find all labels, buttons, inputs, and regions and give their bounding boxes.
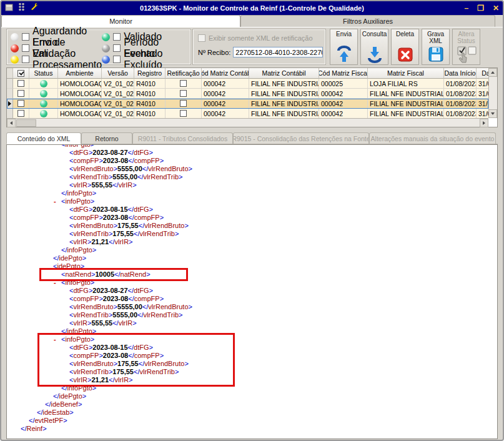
xml-line: <vlrRendTrib>5555,00</vlrRendTrib> <box>7 173 497 181</box>
row-checkbox[interactable] <box>17 100 24 107</box>
cell-matriz-contabil: FILIAL NFE INDUSTRIAL <box>249 109 319 118</box>
scroll-down-icon[interactable] <box>488 109 497 118</box>
row-select-cell[interactable] <box>13 89 29 99</box>
collapse-marker[interactable]: - <box>54 197 56 206</box>
cell-matriz-contabil: FILIAL NFE INDUSTRIAL <box>249 79 319 89</box>
cell-data-fim: 31/08/2023 <box>477 99 488 109</box>
collapse-marker[interactable]: - <box>54 279 56 287</box>
cell-registro: R4010 <box>134 79 166 89</box>
cell-cod-matriz-contabil: 000042 <box>202 99 249 109</box>
xml-line: <dtFG>2023-08-15</dtFG> <box>7 344 497 352</box>
button-label: Envia <box>336 29 352 44</box>
scroll-right-icon[interactable] <box>480 119 488 127</box>
select-all-checkbox[interactable] <box>17 70 24 77</box>
maximize-icon[interactable]: ❐ <box>477 4 484 12</box>
xml-line: </infoPgto> <box>7 189 497 197</box>
retificacao-cell[interactable] <box>166 109 202 118</box>
envia-button[interactable]: Envia <box>330 29 358 65</box>
xml-line: <vlrIR>555,55</vlrIR> <box>7 319 497 327</box>
alter-status-icon <box>453 44 480 64</box>
grid-row[interactable]: HOMOLOGAÇÃOV2_01_02R4010000042FILIAL NFE… <box>7 99 488 109</box>
row-select-cell[interactable] <box>13 109 29 118</box>
row-indicator <box>7 79 13 89</box>
legend-checkbox[interactable] <box>113 33 121 41</box>
cell-cod-matriz-contabil: 000042 <box>202 89 249 99</box>
retificacao-checkbox[interactable] <box>180 90 187 97</box>
grid-vertical-scrollbar[interactable] <box>488 68 497 118</box>
grid-row[interactable]: HOMOLOGAÇÃOV2_01_02R4010000042FILIAL NFE… <box>7 109 488 118</box>
scroll-left-icon[interactable] <box>7 119 16 127</box>
scroll-up-icon[interactable] <box>488 68 497 77</box>
retificacao-checkbox[interactable] <box>180 80 187 87</box>
minimize-icon[interactable]: – <box>464 4 468 12</box>
tab-conte-do-do-xml[interactable]: Conteúdo do XML <box>6 132 81 144</box>
select-all-cell[interactable] <box>13 68 29 79</box>
xml-line: <compFP>2023-08</compFP> <box>7 295 497 303</box>
xml-line: -<infoPgto> <box>7 279 497 287</box>
cell-matriz-fiscal: FILIAL NFE INDUSTRIAL <box>368 109 444 118</box>
button-label: Consulta <box>362 29 387 44</box>
retificacao-checkbox[interactable] <box>180 110 187 117</box>
selected-row-arrow-icon <box>8 101 11 106</box>
grid-row[interactable]: HOMOLOGAÇÃOV2_01_02R4010000042FILIAL NFE… <box>7 89 488 99</box>
cell-versao: V2_01_02 <box>102 109 134 118</box>
cell-matriz-fiscal: FILIAL NFE INDUSTRIAL <box>368 89 444 99</box>
xml-line: <compFP>2023-08</compFP> <box>7 352 497 360</box>
legend-checkbox[interactable] <box>113 56 121 63</box>
cell-data-inicio: 01/08/2023 <box>444 99 477 109</box>
cell-registro: R4010 <box>134 99 166 109</box>
tab-retorno[interactable]: Retorno <box>81 132 132 144</box>
consulta-button[interactable]: Consulta <box>360 29 388 65</box>
legend-checkbox[interactable] <box>22 56 29 63</box>
collapse-marker[interactable]: - <box>54 335 56 344</box>
status-ball-icon <box>11 33 19 41</box>
row-select-cell[interactable] <box>13 99 29 109</box>
cell-matriz-contabil: FILIAL NFE INDUSTRIAL <box>249 89 319 99</box>
altera-status-button: Altera Status <box>452 29 480 65</box>
column-header-status: Status <box>29 68 58 79</box>
row-indicator <box>7 89 13 99</box>
row-select-cell[interactable] <box>13 79 29 89</box>
cell-registro: R4010 <box>134 109 166 118</box>
legend-checkbox[interactable] <box>22 33 29 41</box>
legend-checkbox[interactable] <box>22 44 29 52</box>
tab-filtros-auxiliares[interactable]: Filtros Auxiliares <box>240 15 495 27</box>
deleta-button[interactable]: Deleta <box>391 29 419 65</box>
column-header-c-d-matriz-fiscal: Cód Matriz Fiscal <box>319 68 368 79</box>
status-ball-icon <box>11 56 19 64</box>
status-legend: Aguardando EnvioValidadoErro de Validaçã… <box>6 29 191 65</box>
retificacao-cell[interactable] <box>166 99 202 109</box>
button-label: Deleta <box>396 29 414 44</box>
grid-row[interactable]: HOMOLOGAÇÃOV2_01_02R4010000042FILIAL NFE… <box>7 79 488 89</box>
grid-horizontal-scrollbar[interactable] <box>7 118 488 127</box>
retificacao-cell[interactable] <box>166 79 202 89</box>
download-icon <box>361 44 388 64</box>
recibo-field[interactable]: 2270512-08-4010-2308-2270512 <box>233 47 323 57</box>
grava-xml-button[interactable]: Grava XML <box>422 29 450 65</box>
window-icon <box>5 2 13 14</box>
column-header-data-in-cio: Data Início <box>444 68 477 79</box>
legend-checkbox[interactable] <box>113 44 121 52</box>
cell-data-inicio: 01/08/2023 <box>444 79 477 89</box>
cell-cod-matriz-fiscal: 000042 <box>319 89 368 99</box>
row-indicator <box>7 109 13 118</box>
xml-line: <idePgto> <box>7 262 497 270</box>
column-header-data-fim: Data Fim <box>477 68 488 79</box>
row-checkbox[interactable] <box>17 90 24 97</box>
cell-versao: V2_01_02 <box>102 99 134 109</box>
grid-corner <box>7 68 13 79</box>
xml-line: </Reinf> <box>7 425 497 433</box>
xml-line: <natRend>10005</natRend> <box>7 270 497 279</box>
retificacao-cell[interactable] <box>166 89 202 99</box>
xml-content-panel[interactable]: <infoPgto><dtFG>2023-08-27</dtFG><compFP… <box>6 144 498 439</box>
xml-line: <vlrRendTrib>175,55</vlrRendTrib> <box>7 230 497 238</box>
cell-cod-matriz-fiscal: 000042 <box>319 109 368 118</box>
status-cell <box>29 99 58 109</box>
row-checkbox[interactable] <box>17 110 24 117</box>
xml-line: <vlrRendBruto>175,55</vlrRendBruto> <box>7 222 497 230</box>
xml-line: <compFP>2023-08</compFP> <box>7 157 497 165</box>
retificacao-checkbox[interactable] <box>180 100 187 107</box>
close-icon[interactable]: ✕ <box>493 4 499 12</box>
row-checkbox[interactable] <box>17 80 24 87</box>
scrollbar-thumb[interactable] <box>16 119 36 127</box>
